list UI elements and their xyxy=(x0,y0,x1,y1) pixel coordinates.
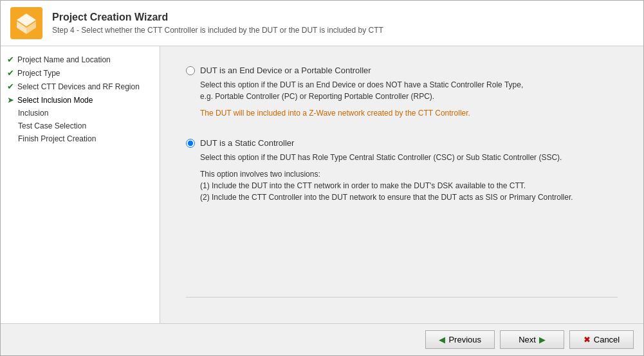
sidebar-item-label: Project Name and Location xyxy=(17,55,111,64)
next-arrow-icon: ▶ xyxy=(539,335,546,344)
previous-button[interactable]: ◀ Previous xyxy=(425,330,495,349)
previous-label: Previous xyxy=(448,335,481,344)
wizard-step: Step 4 - Select whether the CTT Controll… xyxy=(52,26,383,35)
option-static-controller-text: DUT is a Static Controller xyxy=(200,138,294,148)
option-end-device-label[interactable]: DUT is an End Device or a Portable Contr… xyxy=(186,66,618,75)
desc-line2: e.g. Portable Controller (PC) or Reporti… xyxy=(200,91,618,102)
wizard-header: Project Creation Wizard Step 4 - Select … xyxy=(1,1,643,46)
desc-line1: Select this option if the DUT has Role T… xyxy=(200,152,618,163)
next-button[interactable]: Next ▶ xyxy=(500,330,564,349)
option-end-device-block: DUT is an End Device or a Portable Contr… xyxy=(186,66,618,119)
radio-end-device[interactable] xyxy=(186,66,195,75)
sidebar-item-test-case[interactable]: Test Case Selection xyxy=(4,120,156,132)
sidebar-item-project-type[interactable]: ✔ Project Type xyxy=(4,66,156,80)
sidebar-item-label: Finish Project Creation xyxy=(18,134,96,143)
arrow-icon: ➤ xyxy=(7,95,14,105)
prev-arrow-icon: ◀ xyxy=(439,335,445,344)
cancel-x-icon: ✖ xyxy=(584,335,591,344)
wizard-logo-icon xyxy=(10,7,42,39)
sidebar-item-inclusion[interactable]: Inclusion xyxy=(4,107,156,120)
check-icon: ✔ xyxy=(7,82,14,91)
desc-extra1: (1) Include the DUT into the CTT network… xyxy=(200,180,618,191)
radio-static-controller[interactable] xyxy=(186,139,195,148)
wizard-title: Project Creation Wizard xyxy=(52,12,383,23)
sidebar-item-inclusion-mode[interactable]: ➤ Select Inclusion Mode xyxy=(4,93,156,107)
sidebar-item-label: Test Case Selection xyxy=(18,121,86,130)
check-icon: ✔ xyxy=(7,68,14,78)
sidebar-item-label: Project Type xyxy=(17,69,60,78)
wizard-sidebar: ✔ Project Name and Location ✔ Project Ty… xyxy=(1,46,160,323)
option-end-device-text: DUT is an End Device or a Portable Contr… xyxy=(200,66,371,75)
desc-line1: Select this option if the DUT is an End … xyxy=(200,79,618,91)
wizard-body: ✔ Project Name and Location ✔ Project Ty… xyxy=(1,46,643,323)
option-end-device-desc: Select this option if the DUT is an End … xyxy=(200,79,618,119)
next-label: Next xyxy=(519,335,536,344)
wizard-footer: ◀ Previous Next ▶ ✖ Cancel xyxy=(1,323,643,355)
cancel-label: Cancel xyxy=(594,335,620,344)
desc-highlight: The DUT will be included into a Z-Wave n… xyxy=(200,107,618,119)
option-static-controller-block: DUT is a Static Controller Select this o… xyxy=(186,138,618,203)
option-static-controller-desc: Select this option if the DUT has Role T… xyxy=(200,152,618,203)
desc-extra-title: This option involves two inclusions: xyxy=(200,168,618,180)
sidebar-item-label: Select CTT Devices and RF Region xyxy=(17,82,140,91)
wizard-container: Project Creation Wizard Step 4 - Select … xyxy=(0,0,644,356)
main-spacer xyxy=(186,222,618,290)
cancel-button[interactable]: ✖ Cancel xyxy=(569,330,634,349)
sidebar-item-project-name[interactable]: ✔ Project Name and Location xyxy=(4,53,156,66)
main-separator xyxy=(186,297,618,298)
option-static-controller-label[interactable]: DUT is a Static Controller xyxy=(186,138,618,148)
sidebar-item-label: Select Inclusion Mode xyxy=(17,96,93,105)
wizard-main: DUT is an End Device or a Portable Contr… xyxy=(160,46,643,323)
sidebar-item-ctt-devices[interactable]: ✔ Select CTT Devices and RF Region xyxy=(4,80,156,93)
desc-extra2: (2) Include the CTT Controller into the … xyxy=(200,191,618,203)
check-icon: ✔ xyxy=(7,55,14,64)
sidebar-item-finish[interactable]: Finish Project Creation xyxy=(4,132,156,145)
sidebar-item-label: Inclusion xyxy=(18,109,48,118)
wizard-title-area: Project Creation Wizard Step 4 - Select … xyxy=(52,12,383,35)
